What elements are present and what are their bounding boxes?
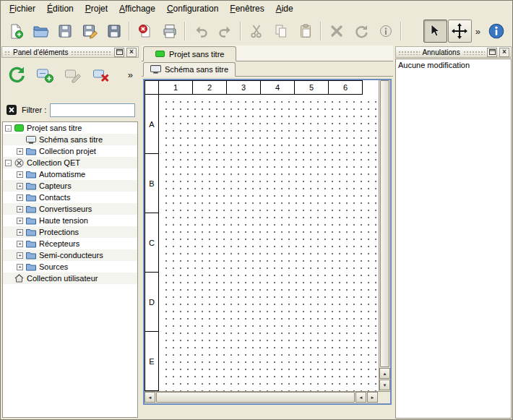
scroll-left-button[interactable]: ◄ <box>145 392 155 403</box>
tree-item-label: Récepteurs <box>39 239 79 248</box>
column-ruler: 1 2 3 4 5 6 <box>159 80 363 95</box>
expand-icon[interactable]: + <box>17 252 23 259</box>
select-pointer-button[interactable] <box>423 20 447 43</box>
new-file-button[interactable] <box>4 20 27 43</box>
menu-fichier[interactable]: Fichier <box>4 1 41 16</box>
print-icon <box>162 23 178 39</box>
expand-icon[interactable]: + <box>17 206 23 213</box>
copy-icon <box>273 23 289 39</box>
ruler-corner <box>145 80 159 95</box>
reload-collections-button[interactable] <box>4 61 29 87</box>
schema-canvas[interactable] <box>160 95 379 391</box>
tree-item-projet-sans-titre[interactable]: - Projet sans titre <box>3 122 137 134</box>
new-element-button[interactable] <box>33 61 57 87</box>
expand-icon[interactable]: + <box>17 148 23 155</box>
close-file-button[interactable] <box>133 20 157 43</box>
scroll-left-button[interactable]: ◄ <box>355 392 366 403</box>
tree-item-sources[interactable]: + Sources <box>3 261 137 273</box>
tree-item-convertisseurs[interactable]: + Convertisseurs <box>3 203 137 215</box>
scroll-up-button[interactable]: ▲ <box>379 368 390 379</box>
paste-button[interactable] <box>293 20 317 43</box>
expand-icon[interactable]: + <box>17 183 23 189</box>
expand-icon[interactable]: + <box>17 264 23 270</box>
menu-fenetres[interactable]: Fenêtres <box>224 1 270 16</box>
tree-item-collection-qet[interactable]: - Collection QET <box>3 157 137 168</box>
tree-item-semi-conducteurs[interactable]: + Semi-conducteurs <box>3 249 137 261</box>
scroll-down-button[interactable]: ▼ <box>379 380 390 390</box>
folder-icon <box>26 252 36 260</box>
delete-button[interactable] <box>324 20 348 43</box>
expand-icon[interactable]: + <box>17 229 23 236</box>
tree-item-schema-sans-titre[interactable]: Schéma sans titre <box>3 134 137 145</box>
folder-icon <box>26 205 36 213</box>
float-icon <box>116 49 123 55</box>
delete-element-button[interactable] <box>89 61 113 87</box>
print-button[interactable] <box>158 20 181 43</box>
horizontal-scrollbar[interactable]: ◄ ◄ ► <box>145 392 379 403</box>
folder-icon <box>26 228 36 236</box>
close-panel-button[interactable]: × <box>499 48 509 57</box>
toolbar-overflow-button[interactable]: » <box>473 26 483 37</box>
tree-item-capteurs[interactable]: + Capteurs <box>3 180 137 192</box>
element-info-icon <box>378 23 394 39</box>
save-as-button[interactable] <box>77 20 101 43</box>
clear-filter-button[interactable] <box>5 103 18 116</box>
collapse-icon[interactable]: - <box>5 125 12 132</box>
menu-configuration[interactable]: Configuration <box>161 1 224 16</box>
save-button[interactable] <box>53 20 77 43</box>
float-icon <box>489 49 496 55</box>
filter-input[interactable] <box>50 103 135 117</box>
toolbar-separator <box>400 22 402 40</box>
save-all-button[interactable] <box>102 20 126 43</box>
expand-icon[interactable]: + <box>17 241 23 247</box>
tree-item-collection-projet[interactable]: + Collection projet <box>3 145 137 157</box>
edit-element-button[interactable] <box>61 61 85 87</box>
menu-edition[interactable]: Édition <box>41 1 79 16</box>
copy-button[interactable] <box>269 20 293 43</box>
expand-icon[interactable]: + <box>17 218 23 224</box>
undo-icon <box>193 23 209 39</box>
menu-projet[interactable]: Projet <box>79 1 113 16</box>
tree-item-collection-utilisateur[interactable]: Collection utilisateur <box>3 273 137 284</box>
toolbar-separator <box>129 22 130 40</box>
ruler-column-label: 2 <box>193 80 227 95</box>
folder-icon <box>26 194 36 202</box>
scroll-right-button[interactable]: ► <box>367 392 378 403</box>
tree-item-contacts[interactable]: + Contacts <box>3 192 137 203</box>
expand-icon[interactable]: + <box>17 194 23 201</box>
save-icon <box>57 23 73 39</box>
schema-tab[interactable]: Schéma sans titre <box>143 62 236 77</box>
elements-panel-title-bar[interactable]: Panel d'éléments × <box>1 46 139 58</box>
row-ruler: A B C D E <box>145 95 159 391</box>
open-file-button[interactable] <box>28 20 52 43</box>
filter-row: Filtrer : <box>1 101 139 119</box>
horizontal-scrollbar-thumb[interactable] <box>156 392 355 403</box>
undo-button[interactable] <box>189 20 212 43</box>
toolbar-separator <box>184 22 186 40</box>
close-panel-button[interactable]: × <box>126 48 137 57</box>
move-view-button[interactable] <box>448 20 472 43</box>
tree-item-label: Capteurs <box>39 181 72 190</box>
tree-item-recepteurs[interactable]: + Récepteurs <box>3 238 137 249</box>
redo-button[interactable] <box>213 20 237 43</box>
tree-item-automatisme[interactable]: + Automatisme <box>3 168 137 180</box>
undo-history-list[interactable]: Aucune modification <box>395 59 512 419</box>
float-panel-button[interactable] <box>114 48 124 57</box>
elements-toolbar-overflow-button[interactable]: » <box>125 69 136 80</box>
vertical-scrollbar[interactable]: ▲ ▼ <box>379 80 390 391</box>
vertical-scrollbar-thumb[interactable] <box>380 80 389 367</box>
about-button[interactable] <box>484 20 508 43</box>
menu-aide[interactable]: Aide <box>270 1 299 16</box>
project-tab[interactable]: Projet sans titre <box>143 46 236 61</box>
collapse-icon[interactable]: - <box>5 160 12 166</box>
element-info-button[interactable] <box>374 20 397 43</box>
toolbar-separator <box>240 22 241 40</box>
rotate-button[interactable] <box>349 20 373 43</box>
float-panel-button[interactable] <box>487 48 497 57</box>
undo-panel-title-bar[interactable]: Annulations × <box>395 46 512 58</box>
expand-icon[interactable]: + <box>17 171 23 178</box>
tree-item-haute-tension[interactable]: + Haute tension <box>3 215 137 226</box>
tree-item-protections[interactable]: + Protections <box>3 226 137 238</box>
cut-button[interactable] <box>244 20 268 43</box>
menu-affichage[interactable]: Affichage <box>113 1 161 16</box>
